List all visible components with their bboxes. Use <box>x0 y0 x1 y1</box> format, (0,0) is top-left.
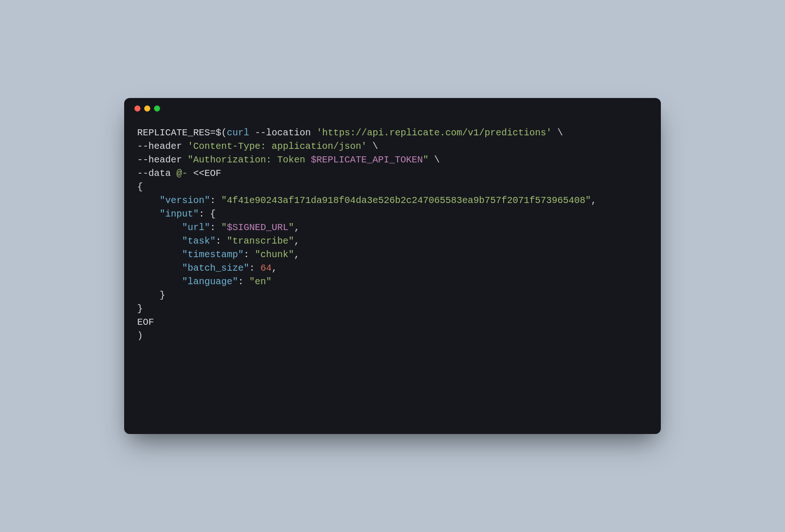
line-continuation: \ <box>434 154 440 165</box>
json-key-batch-size: "batch_size" <box>182 263 249 273</box>
json-key-version: "version" <box>160 195 210 206</box>
window-minimize-button[interactable] <box>144 105 150 112</box>
code-block: REPLICATE_RES=$(curl --location 'https:/… <box>124 119 661 356</box>
window-zoom-button[interactable] <box>154 105 160 112</box>
json-key-task: "task" <box>182 236 216 246</box>
json-close-brace: } <box>137 303 143 314</box>
json-close-brace: } <box>160 290 165 301</box>
window-close-button[interactable] <box>134 105 140 112</box>
json-open-brace: { <box>137 182 143 192</box>
data-stdin: @- <box>176 168 188 179</box>
content-type-string: 'Content-Type: application/json' <box>188 141 367 152</box>
line-continuation: \ <box>372 141 378 152</box>
flag-header: --header <box>137 154 182 165</box>
paren-close: ) <box>137 330 143 341</box>
json-value-version: "4f41e90243af171da918f04da3e526b2c247065… <box>221 195 591 206</box>
json-key-timestamp: "timestamp" <box>182 249 244 260</box>
auth-string-suffix: " <box>423 154 428 165</box>
flag-location: --location <box>255 127 311 138</box>
flag-header: --header <box>137 141 182 152</box>
env-replicate-token: $REPLICATE_API_TOKEN <box>311 154 423 165</box>
flag-data: --data <box>137 168 171 179</box>
line-continuation: \ <box>557 127 563 138</box>
assign-operator: =$( <box>210 127 227 138</box>
json-value-timestamp: "chunk" <box>255 249 294 260</box>
json-value-task: "transcribe" <box>227 236 294 246</box>
auth-string-prefix: "Authorization: Token <box>188 154 311 165</box>
json-key-input: "input" <box>160 209 199 219</box>
json-key-url: "url" <box>182 222 210 233</box>
shell-variable: REPLICATE_RES <box>137 127 210 138</box>
heredoc-start: <<EOF <box>193 168 221 179</box>
command-curl: curl <box>227 127 249 138</box>
heredoc-end: EOF <box>137 317 154 328</box>
json-value-batch-size: 64 <box>260 263 272 273</box>
json-key-language: "language" <box>182 276 238 287</box>
url-string: 'https://api.replicate.com/v1/prediction… <box>316 127 552 138</box>
env-signed-url: $SIGNED_URL <box>227 222 288 233</box>
window-titlebar <box>124 98 661 119</box>
terminal-window: REPLICATE_RES=$(curl --location 'https:/… <box>124 98 661 434</box>
json-value-language: "en" <box>249 276 272 287</box>
